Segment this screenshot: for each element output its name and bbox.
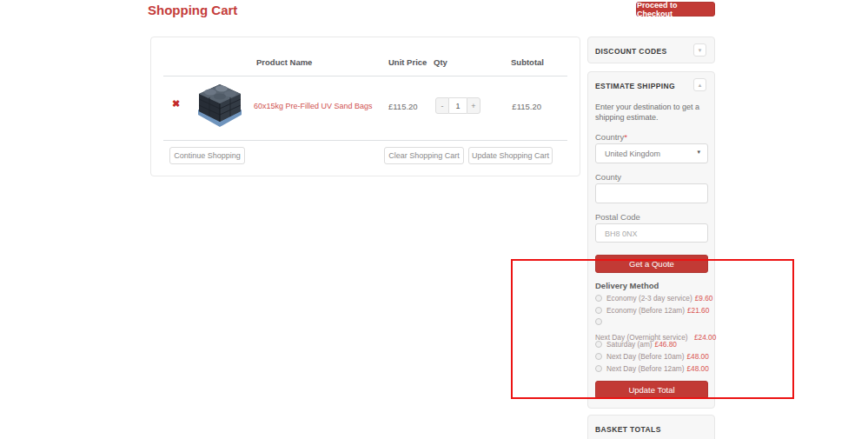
postal-code-label: Postal Code: [595, 212, 640, 222]
chevron-down-icon: ▾: [699, 47, 702, 54]
radio-economy-2-3-day[interactable]: [595, 295, 602, 302]
delivery-option: Next Day (Before 10am) £48.00: [595, 352, 711, 360]
radio-next-day-overnight[interactable]: [595, 318, 602, 325]
required-asterisk: *: [624, 132, 627, 142]
delivery-option-price: £46.80: [655, 340, 677, 349]
product-name-link[interactable]: 60x15kg Pre-Filled UV Sand Bags: [254, 102, 373, 110]
caret-down-icon: ▾: [697, 149, 700, 156]
shipping-estimate-intro: Enter your destination to get a shipping…: [595, 102, 709, 123]
cart-table: Product Name Unit Price Qty Subtotal ✖ 6…: [150, 37, 580, 176]
discount-codes-panel: DISCOUNT CODES ▾: [587, 37, 715, 63]
county-label: County: [595, 172, 621, 182]
delivery-options-list: Economy (2-3 day service) £9.60 Economy …: [595, 294, 711, 376]
delivery-option-price: £21.60: [687, 306, 709, 315]
country-select[interactable]: United Kingdom ▾: [595, 143, 708, 163]
delivery-option-label: Economy (Before 12am): [606, 306, 685, 315]
basket-totals-panel: BASKET TOTALS: [587, 415, 715, 439]
delivery-option-label: Saturday (am): [606, 340, 653, 349]
radio-next-day-before-10am[interactable]: [595, 353, 602, 360]
delivery-option-price: £9.60: [695, 294, 713, 303]
country-selected-value: United Kingdom: [605, 150, 660, 158]
update-cart-button[interactable]: Update Shopping Cart: [468, 147, 553, 164]
subtotal-value: £115.20: [512, 102, 541, 111]
estimate-shipping-title: ESTIMATE SHIPPING: [595, 82, 675, 90]
column-header-qty: Qty: [434, 57, 447, 67]
county-input[interactable]: [595, 183, 708, 203]
estimate-shipping-panel: ESTIMATE SHIPPING ▴ Enter your destinati…: [587, 71, 715, 409]
country-label: Country*: [595, 132, 627, 142]
delivery-option: Next Day (Before 12am) £48.00: [595, 364, 711, 372]
country-label-text: Country: [595, 132, 624, 142]
qty-increase-button[interactable]: +: [467, 97, 480, 114]
delivery-option: Next Day (Overnight service) £24.00: [595, 318, 711, 336]
column-header-unit-price: Unit Price: [388, 57, 427, 67]
postal-code-value: BH8 0NX: [605, 229, 638, 238]
update-total-button[interactable]: Update Total: [595, 381, 708, 399]
chevron-up-icon: ▴: [699, 82, 702, 89]
unit-price-value: £115.20: [388, 102, 418, 111]
delivery-option-label: Next Day (Before 10am): [606, 352, 684, 361]
estimate-shipping-toggle-button[interactable]: ▴: [693, 78, 706, 91]
row-divider: [163, 140, 567, 141]
delivery-method-label: Delivery Method: [595, 281, 659, 290]
delivery-option-price: £48.00: [686, 364, 708, 373]
continue-shopping-button[interactable]: Continue Shopping: [169, 147, 245, 164]
column-header-product: Product Name: [256, 57, 312, 67]
delivery-option: Economy (Before 12am) £21.60: [595, 306, 711, 314]
delivery-option-price: £48.00: [686, 352, 708, 361]
postal-code-input[interactable]: BH8 0NX: [595, 223, 708, 243]
delivery-option-label: Economy (2-3 day service): [606, 294, 692, 303]
delivery-option-label: Next Day (Before 12am): [606, 364, 684, 373]
header-divider: [163, 76, 567, 76]
radio-economy-before-12am[interactable]: [595, 307, 602, 314]
qty-input[interactable]: 1: [449, 97, 467, 114]
page-title: Shopping Cart: [148, 3, 237, 17]
qty-decrease-button[interactable]: -: [435, 97, 449, 114]
quantity-stepper: - 1 +: [435, 97, 480, 114]
remove-item-icon[interactable]: ✖: [172, 99, 180, 109]
proceed-to-checkout-button[interactable]: Proceed to Checkout: [636, 2, 715, 17]
get-a-quote-button[interactable]: Get a Quote: [595, 255, 708, 273]
product-image[interactable]: [193, 82, 247, 133]
discount-codes-title: DISCOUNT CODES: [595, 47, 667, 56]
basket-totals-title: BASKET TOTALS: [595, 425, 661, 434]
clear-cart-button[interactable]: Clear Shopping Cart: [384, 147, 464, 164]
column-header-subtotal: Subtotal: [511, 57, 544, 67]
radio-saturday-am[interactable]: [595, 341, 602, 348]
delivery-option-price: £24.00: [694, 333, 716, 342]
delivery-option: Economy (2-3 day service) £9.60: [595, 294, 711, 302]
discount-codes-toggle-button[interactable]: ▾: [693, 43, 706, 57]
radio-next-day-before-12am[interactable]: [595, 365, 602, 372]
